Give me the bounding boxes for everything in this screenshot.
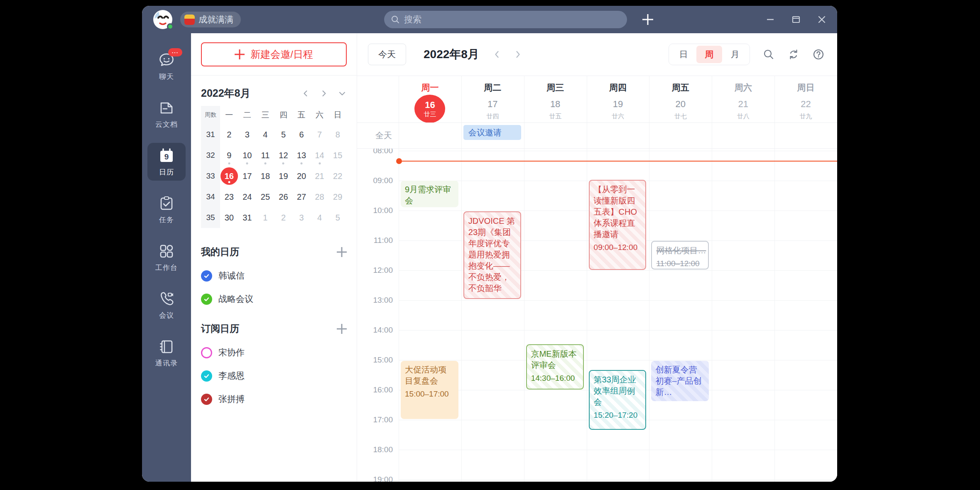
event-card[interactable]: 9月需求评审会09:00–11:00 — [401, 181, 458, 207]
mini-day-cell[interactable]: 15 — [329, 147, 346, 164]
day-column-header[interactable]: 周五20廿七 — [649, 76, 712, 123]
mini-day-cell[interactable]: 30 — [220, 209, 238, 226]
mini-day-cell[interactable]: 4 — [257, 126, 274, 143]
close-button[interactable] — [816, 13, 828, 26]
date-label: 17 — [488, 99, 497, 110]
quick-create-button[interactable] — [640, 12, 655, 27]
allday-event[interactable]: 会议邀请 — [463, 125, 521, 140]
mini-day-cell[interactable]: 17 — [238, 167, 256, 185]
mini-day-cell[interactable]: 5 — [329, 209, 346, 226]
mini-day-cell[interactable]: 28 — [311, 188, 328, 206]
sidebar-item-workbench[interactable]: 工作台 — [147, 238, 186, 276]
event-card[interactable]: 京ME新版本评审会14:30–16:00 — [526, 344, 584, 390]
sidebar-item-calendar[interactable]: 9日历 — [147, 143, 186, 181]
mini-day-cell[interactable]: 27 — [293, 188, 310, 206]
divider — [191, 75, 357, 76]
mini-day-cell[interactable]: 13 — [293, 147, 310, 164]
calendar-list-item[interactable]: 李感恩 — [201, 370, 347, 382]
mini-day-cell[interactable]: 8 — [329, 126, 346, 143]
avatar[interactable] — [153, 10, 173, 29]
event-card[interactable]: 第33周企业效率组周例会15:20–17:20 — [589, 370, 647, 430]
mini-day-cell[interactable]: 18 — [257, 167, 274, 185]
sidebar-item-meeting[interactable]: 会议 — [147, 286, 186, 324]
help-button[interactable] — [812, 48, 825, 61]
sidebar-item-contacts[interactable]: 通讯录 — [147, 334, 186, 372]
mini-day-cell[interactable]: 22 — [329, 167, 346, 185]
minimize-button[interactable] — [764, 13, 777, 26]
calendar-checkbox-checked[interactable] — [201, 270, 212, 282]
new-event-button[interactable]: 新建会邀/日程 — [201, 42, 347, 66]
sidebar-item-tasks[interactable]: 任务 — [147, 191, 186, 228]
sidebar-item-cloud-doc[interactable]: 云文档 — [147, 95, 186, 133]
day-column-header[interactable]: 周三18廿五 — [524, 76, 587, 123]
event-card[interactable]: 创新夏令营初赛–产品创新…15:00–16:30 — [651, 361, 709, 401]
mini-day-header: 五 — [292, 106, 311, 124]
mini-day-cell[interactable]: 4 — [311, 209, 328, 226]
calendar-checkbox-checked[interactable] — [201, 394, 212, 405]
calendar-checkbox-unchecked[interactable] — [201, 347, 212, 358]
mini-day-cell-today[interactable]: 16 — [220, 167, 238, 185]
mini-day-cell[interactable]: 2 — [274, 209, 292, 226]
day-column-header[interactable]: 周四19廿六 — [587, 76, 649, 123]
mini-day-cell[interactable]: 29 — [329, 188, 346, 206]
day-column-header[interactable]: 周六21廿八 — [712, 76, 774, 123]
mini-day-cell[interactable]: 24 — [238, 188, 256, 206]
hour-label: 09:00 — [357, 176, 393, 185]
status-pill[interactable]: 成就满满 — [180, 12, 241, 27]
event-card[interactable]: 网格化项目…11:00–12:00 — [651, 241, 709, 270]
view-option-月[interactable]: 月 — [722, 46, 748, 63]
mini-day-cell[interactable]: 20 — [293, 167, 310, 185]
calendar-checkbox-checked[interactable] — [201, 370, 212, 382]
mini-day-cell[interactable]: 1 — [257, 209, 274, 226]
mini-day-cell[interactable]: 21 — [311, 167, 328, 185]
day-column-header[interactable]: 周日22廿九 — [774, 76, 837, 123]
event-card[interactable]: 大促活动项目复盘会15:00–17:00 — [401, 361, 458, 419]
app-window: 成就满满 搜索 — [142, 6, 837, 482]
refresh-button[interactable] — [787, 48, 800, 61]
today-button[interactable]: 今天 — [368, 44, 406, 65]
mini-day-cell[interactable]: 2 — [220, 126, 238, 143]
mini-next-month-button[interactable] — [319, 89, 328, 98]
mini-day-cell[interactable]: 25 — [257, 188, 274, 206]
mini-day-cell[interactable]: 6 — [293, 126, 310, 143]
mini-day-cell[interactable]: 3 — [293, 209, 310, 226]
column-divider — [461, 149, 462, 482]
hour-label: 16:00 — [357, 385, 393, 394]
calendar-checkbox-checked[interactable] — [201, 294, 212, 305]
calendar-list-item[interactable]: 战略会议 — [201, 293, 347, 305]
mini-collapse-button[interactable] — [338, 89, 347, 98]
mini-day-cell[interactable]: 9 — [220, 147, 238, 164]
day-column-header[interactable]: 周一16廿三 — [399, 76, 461, 123]
mini-day-cell[interactable]: 12 — [274, 147, 292, 164]
calendar-list-item[interactable]: 韩诚信 — [201, 270, 347, 282]
prev-week-button[interactable] — [492, 49, 502, 60]
mini-day-cell[interactable]: 19 — [274, 167, 292, 185]
section-title: 我的日历 — [201, 245, 239, 258]
calendar-search-button[interactable] — [762, 48, 775, 61]
event-card[interactable]: 【从零到一读懂新版四五表】CHO体系课程直播邀请09:00–12:00 — [589, 180, 647, 270]
event-card[interactable]: JDVOICE 第23期《集团年度评优专题用热爱拥抱变化——不负热爱，不负韶华1… — [463, 211, 521, 299]
mini-day-cell[interactable]: 3 — [238, 126, 256, 143]
mini-prev-month-button[interactable] — [301, 89, 310, 98]
view-option-日[interactable]: 日 — [671, 46, 696, 63]
mini-day-cell[interactable]: 11 — [257, 147, 274, 164]
mini-day-cell[interactable]: 7 — [311, 126, 328, 143]
mini-day-cell[interactable]: 23 — [220, 188, 238, 206]
day-column-header[interactable]: 周二17廿四 — [461, 76, 524, 123]
calendar-list-item[interactable]: 张拼搏 — [201, 393, 347, 405]
mini-day-cell[interactable]: 10 — [238, 147, 256, 164]
maximize-button[interactable] — [790, 13, 802, 26]
view-option-周[interactable]: 周 — [696, 46, 722, 63]
next-week-button[interactable] — [512, 49, 523, 60]
add-calendar-button[interactable] — [337, 247, 347, 257]
mini-day-header: 日 — [328, 106, 347, 124]
mini-day-cell[interactable]: 5 — [274, 126, 292, 143]
add-calendar-button[interactable] — [337, 324, 347, 334]
sidebar-item-chat[interactable]: 聊天··· — [147, 47, 186, 85]
mini-day-cell[interactable]: 14 — [311, 147, 328, 164]
mini-day-cell[interactable]: 26 — [274, 188, 292, 206]
sidebar-item-label: 聊天 — [159, 72, 174, 81]
search-input[interactable]: 搜索 — [384, 11, 627, 28]
calendar-list-item[interactable]: 宋协作 — [201, 347, 347, 358]
mini-day-cell[interactable]: 31 — [238, 209, 256, 226]
